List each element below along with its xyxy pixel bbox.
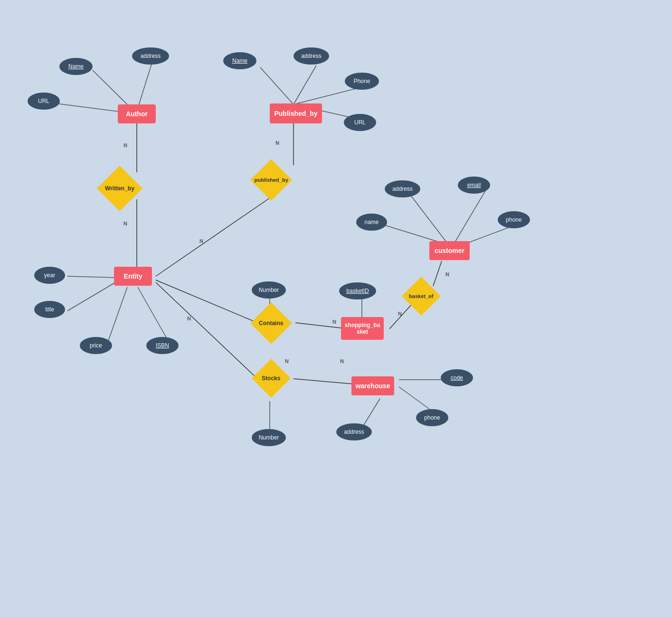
- relation-contains[interactable]: Contains: [250, 302, 292, 344]
- entity-author[interactable]: Author: [118, 104, 156, 123]
- attr-customer-phone: phone: [498, 211, 530, 228]
- attr-entity-isbn: ISBN: [146, 337, 179, 354]
- label-n-1: N: [123, 142, 127, 148]
- attr-contains-number: Number: [252, 281, 286, 299]
- attr-entity-year: year: [34, 267, 65, 284]
- svg-line-5: [260, 67, 293, 104]
- connections-svg: [0, 0, 672, 617]
- svg-line-6: [293, 65, 316, 104]
- svg-line-16: [156, 282, 257, 379]
- attr-author-url: URL: [28, 93, 60, 110]
- attr-entity-title: title: [34, 301, 65, 318]
- relation-published-by[interactable]: published_by: [250, 159, 292, 201]
- attr-entity-price: price: [80, 337, 112, 354]
- relation-stocks[interactable]: Stocks: [252, 359, 291, 398]
- attr-pub-address: address: [293, 47, 329, 65]
- entity-entity[interactable]: Entity: [114, 267, 152, 286]
- er-diagram: Author Entity Published_by customer shop…: [0, 0, 672, 617]
- entity-shopping-basket[interactable]: shopping_ba sket: [341, 317, 384, 340]
- label-n-8: N: [340, 358, 344, 364]
- attr-customer-address: address: [385, 180, 420, 197]
- label-n-4: N: [199, 238, 203, 244]
- label-n-7: N: [285, 358, 289, 364]
- svg-line-14: [138, 287, 168, 341]
- attr-customer-name: name: [356, 214, 387, 231]
- entity-published-by[interactable]: Published_by: [270, 103, 322, 123]
- svg-line-7: [293, 86, 365, 104]
- svg-line-13: [108, 287, 127, 341]
- label-n-10: N: [398, 311, 402, 317]
- relation-basket-of[interactable]: basket_of: [402, 277, 441, 316]
- attr-customer-email: email: [458, 177, 490, 194]
- entity-warehouse[interactable]: warehouse: [351, 376, 394, 395]
- attr-stocks-number: Number: [252, 429, 286, 446]
- attr-warehouse-phone: phone: [416, 409, 448, 426]
- attr-author-name: Name: [59, 58, 93, 75]
- label-n-5: N: [187, 316, 191, 321]
- label-n-6: N: [332, 319, 336, 325]
- attr-author-address: address: [132, 47, 169, 65]
- svg-line-24: [381, 224, 439, 242]
- svg-line-12: [67, 281, 118, 311]
- svg-line-11: [67, 276, 118, 278]
- attr-warehouse-address: address: [336, 423, 372, 440]
- attr-pub-name: Name: [223, 52, 256, 69]
- attr-pub-phone: Phone: [345, 73, 379, 90]
- attr-warehouse-code: code: [441, 369, 473, 386]
- label-n-3: N: [275, 140, 279, 146]
- svg-line-22: [409, 194, 446, 242]
- attr-basket-id: basketID: [339, 282, 376, 299]
- svg-line-15: [156, 280, 257, 323]
- label-n-2: N: [123, 221, 127, 226]
- svg-line-21: [433, 261, 442, 286]
- svg-line-30: [362, 399, 380, 428]
- label-n-9: N: [445, 271, 449, 277]
- svg-line-23: [455, 191, 485, 242]
- entity-customer[interactable]: customer: [429, 241, 470, 260]
- svg-line-10: [156, 191, 280, 276]
- relation-written-by[interactable]: Written_by: [97, 166, 142, 211]
- attr-pub-url: URL: [344, 114, 376, 131]
- svg-line-27: [293, 379, 359, 384]
